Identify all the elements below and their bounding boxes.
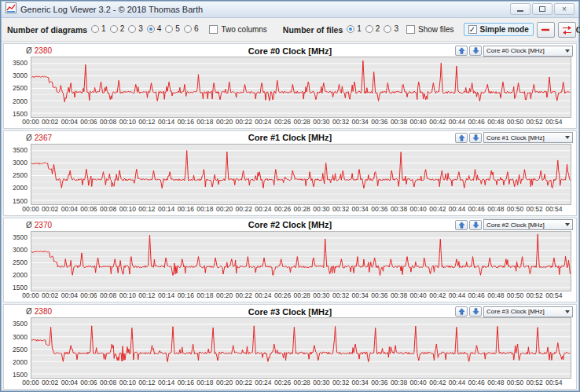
show-files-checkbox[interactable]: Show files <box>406 25 454 34</box>
move-chart-down-button[interactable] <box>469 220 482 230</box>
up-arrow-icon <box>458 134 465 141</box>
x-tick-label: 00:36 <box>371 379 387 387</box>
maximize-button[interactable] <box>532 3 552 15</box>
x-tick-label: 00:46 <box>468 118 485 126</box>
app-window: Generic Log Viewer 3.2 - © 2018 Thomas B… <box>0 0 580 392</box>
series-line <box>31 60 570 102</box>
close-button[interactable]: × <box>554 3 574 15</box>
move-chart-up-button[interactable] <box>455 133 468 143</box>
title-bar: Generic Log Viewer 3.2 - © 2018 Thomas B… <box>1 1 579 18</box>
move-chart-down-button[interactable] <box>469 46 482 56</box>
x-tick-label: 00:28 <box>294 118 310 126</box>
x-tick-label: 00:36 <box>371 291 387 299</box>
move-chart-down-button[interactable] <box>469 133 482 143</box>
diagram-count-option-5[interactable]: 5 <box>165 24 180 33</box>
chart-body: 35003000250020001500 <box>7 144 573 205</box>
chart-average: Ø 2367 <box>26 134 52 142</box>
number-of-files-label: Number of files <box>283 25 343 35</box>
x-tick-label: 00:10 <box>119 205 136 213</box>
diagram-count-option-3[interactable]: 3 <box>128 24 143 33</box>
chart-controls: Core #3 Clock [MHz] <box>455 306 573 317</box>
x-tick-label: 00:28 <box>294 379 310 387</box>
x-tick-label: 00:52 <box>527 205 543 213</box>
y-tick-label: 2000 <box>13 271 28 279</box>
plot-area <box>31 144 571 205</box>
plot-area <box>31 231 571 292</box>
y-tick-label: 3500 <box>13 233 28 241</box>
average-symbol: Ø <box>26 221 32 229</box>
x-tick-label: 00:52 <box>527 118 543 126</box>
move-chart-up-button[interactable] <box>455 306 468 317</box>
move-chart-up-button[interactable] <box>455 220 468 230</box>
checkbox-icon <box>209 25 218 34</box>
x-tick-label: 00:04 <box>61 118 78 126</box>
x-tick-label: 00:38 <box>391 118 407 126</box>
radio-icon <box>91 25 99 33</box>
y-tick-label: 3000 <box>13 71 28 79</box>
up-arrow-icon <box>458 308 465 315</box>
x-axis-labels: 00:0000:0200:0400:0600:0800:1000:1200:14… <box>31 379 571 387</box>
minimize-button[interactable] <box>510 3 530 15</box>
x-tick-label: 00:26 <box>274 379 291 387</box>
radio-icon <box>165 25 173 33</box>
diagram-count-option-6[interactable]: 6 <box>184 24 199 33</box>
x-tick-label: 00:54 <box>545 291 562 299</box>
x-tick-label: 00:20 <box>216 291 233 299</box>
radio-icon <box>184 25 192 33</box>
x-tick-label: 00:38 <box>391 379 407 387</box>
chart-title: Core #1 Clock [MHz] <box>248 133 332 142</box>
chart-title: Core #3 Clock [MHz] <box>248 307 332 317</box>
x-tick-label: 00:30 <box>313 118 329 126</box>
radio-label: 3 <box>394 24 398 33</box>
two-columns-checkbox[interactable]: Two columns <box>209 25 266 34</box>
x-tick-label: 00:42 <box>429 379 446 387</box>
x-tick-label: 00:18 <box>196 379 213 387</box>
file-count-option-2[interactable]: 2 <box>365 24 380 33</box>
x-axis-labels: 00:0000:0200:0400:0600:0800:1000:1200:14… <box>31 118 571 126</box>
change-all-label: Change all <box>576 25 580 35</box>
dropdown-arrow-icon <box>565 310 570 313</box>
file-count-option-1[interactable]: 1 <box>347 24 362 33</box>
channel-select[interactable]: Core #2 Clock [MHz] <box>483 219 573 230</box>
average-symbol: Ø <box>26 46 32 55</box>
x-tick-label: 00:16 <box>178 205 194 213</box>
x-tick-label: 00:00 <box>22 205 39 213</box>
y-axis-labels: 35003000250020001500 <box>7 231 31 292</box>
chart-body: 35003000250020001500 <box>7 231 573 292</box>
x-tick-label: 00:42 <box>429 291 446 299</box>
diagram-count-option-2[interactable]: 2 <box>110 24 125 33</box>
move-chart-up-button[interactable] <box>455 46 468 56</box>
channel-select[interactable]: Core #1 Clock [MHz] <box>483 132 573 143</box>
curve-color-button[interactable] <box>537 22 555 38</box>
diagram-count-option-4[interactable]: 4 <box>147 24 162 33</box>
channel-select-value: Core #3 Clock [MHz] <box>486 308 563 315</box>
x-tick-label: 00:14 <box>158 291 174 299</box>
chart-title: Core #2 Clock [MHz] <box>248 220 332 229</box>
simple-mode-checkbox[interactable]: ✓ Simple mode <box>464 23 534 36</box>
x-tick-label: 00:38 <box>391 291 407 299</box>
red-line-icon <box>540 26 551 34</box>
swap-curves-button[interactable] <box>558 22 576 38</box>
chart-controls: Core #1 Clock [MHz] <box>455 132 573 143</box>
x-tick-label: 00:04 <box>61 379 78 387</box>
channel-select[interactable]: Core #3 Clock [MHz] <box>483 306 573 317</box>
x-tick-label: 00:32 <box>332 291 349 299</box>
x-tick-label: 00:12 <box>138 291 155 299</box>
x-tick-label: 00:12 <box>138 205 155 213</box>
x-tick-label: 00:12 <box>138 118 155 126</box>
move-chart-down-button[interactable] <box>469 306 482 317</box>
x-tick-label: 00:38 <box>391 205 407 213</box>
file-count-option-3[interactable]: 3 <box>384 24 398 33</box>
close-icon: × <box>562 5 567 13</box>
radio-label: 2 <box>120 24 125 33</box>
chart-average: Ø 2380 <box>26 307 52 316</box>
app-icon <box>6 2 17 16</box>
x-tick-label: 00:24 <box>255 205 271 213</box>
x-tick-label: 00:18 <box>196 291 213 299</box>
channel-select[interactable]: Core #0 Clock [MHz] <box>483 46 573 57</box>
radio-icon <box>147 25 155 33</box>
radio-icon <box>347 25 354 33</box>
two-columns-label: Two columns <box>221 25 266 34</box>
diagram-count-option-1[interactable]: 1 <box>91 24 106 33</box>
x-tick-label: 00:12 <box>138 379 155 387</box>
